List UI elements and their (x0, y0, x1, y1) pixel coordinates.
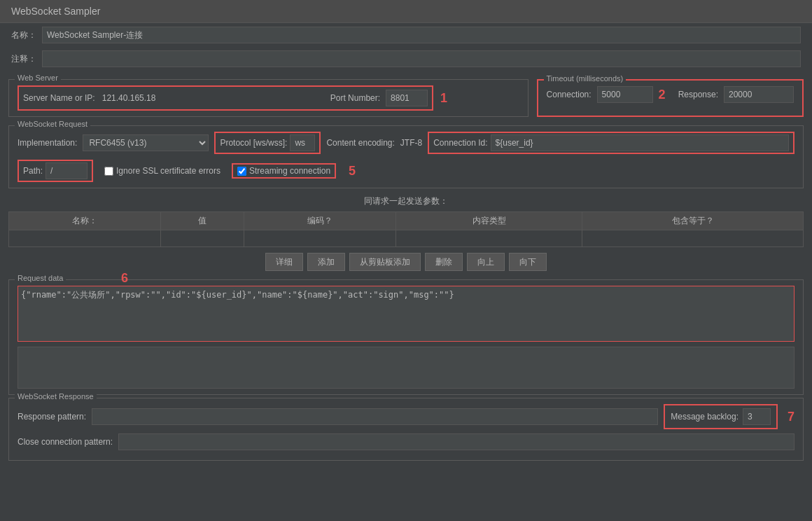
message-backlog-input[interactable] (743, 408, 771, 425)
response-pattern-label: Response pattern: (18, 412, 86, 422)
response-timeout-input[interactable] (724, 86, 794, 103)
connection-id-label: Connection Id: (433, 138, 487, 148)
response-timeout-label: Response: (678, 90, 718, 99)
params-section: 同请求一起发送参数： 名称： 值 编码？ 内容类型 包含等于？ (8, 191, 804, 277)
delete-button[interactable]: 删除 (425, 253, 463, 271)
connection-id-group: Connection Id: (428, 132, 794, 154)
col-encoded: 编码？ (244, 212, 396, 230)
request-data-section: Request data 6 {"rname":"公共场所","rpsw":""… (8, 279, 804, 395)
port-label: Port Number: (330, 93, 380, 103)
protocol-input[interactable] (290, 134, 315, 151)
path-input[interactable] (46, 162, 88, 179)
server-name-input[interactable] (98, 90, 322, 106)
connection-timeout-label: Connection: (547, 90, 592, 99)
request-data-extra (18, 347, 794, 389)
main-panel: WebSocket Sampler 名称： 注释： Web Server Ser… (0, 0, 812, 461)
annotation-7: 7 (788, 410, 794, 423)
streaming-checkbox[interactable] (237, 167, 246, 176)
add-from-clipboard-button[interactable]: 从剪贴板添加 (349, 253, 421, 271)
name-label: 名称： (11, 29, 36, 41)
annotation-1: 1 (440, 92, 447, 104)
ignore-ssl-text: Ignore SSL certificate errors (116, 166, 220, 176)
page-title: WebSocket Sampler (11, 6, 100, 17)
params-empty-row (9, 230, 804, 247)
add-button[interactable]: 添加 (307, 253, 345, 271)
name-row: 名称： (0, 23, 812, 47)
name-input[interactable] (42, 27, 801, 43)
port-input[interactable] (386, 90, 428, 106)
request-data-textarea[interactable]: {"rname":"公共场所","rpsw":"","id":"${user_i… (18, 286, 794, 342)
request-data-title: Request data (15, 274, 66, 282)
top-sections: Web Server Server Name or IP: Port Numbe… (0, 74, 812, 123)
params-header-row: 名称： 值 编码？ 内容类型 包含等于？ (9, 212, 804, 230)
close-connection-input[interactable] (118, 433, 794, 450)
col-content-type: 内容类型 (396, 212, 582, 230)
ws-response-section: WebSocket Response Response pattern: Mes… (8, 398, 804, 461)
annotation-2: 2 (659, 88, 666, 101)
params-empty-cell1 (9, 230, 161, 247)
web-server-title: Web Server (15, 74, 61, 82)
comment-input[interactable] (42, 50, 801, 67)
close-connection-row: Close connection pattern: (18, 433, 794, 450)
content-encoding-value: JTF-8 (400, 138, 422, 148)
col-include: 包含等于？ (582, 212, 804, 230)
col-value: 值 (161, 212, 244, 230)
col-name: 名称： (9, 212, 161, 230)
protocol-group: Protocol [ws/wss]: (214, 132, 321, 154)
connection-timeout-input[interactable] (597, 86, 653, 103)
response-pattern-input[interactable] (92, 408, 658, 425)
down-button[interactable]: 向下 (509, 253, 547, 271)
server-input-group: Server Name or IP: Port Number: (18, 85, 433, 111)
ws-response-title: WebSocket Response (15, 392, 97, 401)
server-label: Server Name or IP: (23, 93, 95, 103)
timeout-title: Timeout (milliseconds) (544, 74, 626, 83)
streaming-label: Streaming connection (249, 166, 330, 176)
comment-row: 注释： (0, 47, 812, 71)
close-connection-label: Close connection pattern: (18, 437, 113, 447)
ignore-ssl-label[interactable]: Ignore SSL certificate errors (104, 166, 220, 176)
path-group: Path: (18, 160, 93, 182)
path-label: Path: (23, 166, 43, 176)
params-empty-cell3 (244, 230, 396, 247)
annotation-6: 6 (121, 272, 128, 284)
ws-request-row2: Path: Ignore SSL certificate errors Stre… (18, 160, 794, 182)
message-backlog-label: Message backlog: (671, 412, 738, 422)
ws-request-title: WebSocket Request (15, 120, 90, 128)
timeout-group: Timeout (milliseconds) Connection: 2 Res… (537, 79, 804, 117)
message-backlog-group: Message backlog: (664, 404, 778, 429)
up-button[interactable]: 向上 (467, 253, 505, 271)
web-server-content: Server Name or IP: Port Number: 1 (18, 85, 519, 111)
protocol-label: Protocol [ws/wss]: (220, 138, 287, 148)
params-empty-cell5 (582, 230, 804, 247)
params-empty-cell4 (396, 230, 582, 247)
title-bar: WebSocket Sampler (0, 0, 812, 23)
annotation-5: 5 (349, 165, 356, 177)
detail-button[interactable]: 详细 (265, 253, 303, 271)
comment-label: 注释： (11, 53, 36, 65)
params-table: 名称： 值 编码？ 内容类型 包含等于？ (8, 211, 804, 247)
streaming-group: Streaming connection (232, 163, 336, 179)
implementation-label: Implementation: (18, 138, 77, 148)
timeout-content: Connection: 2 Response: (547, 86, 794, 103)
response-pattern-row: Response pattern: Message backlog: 7 (18, 404, 794, 429)
connection-id-input[interactable] (491, 134, 789, 151)
web-server-group: Web Server Server Name or IP: Port Numbe… (8, 79, 528, 117)
content-encoding-label: Content encoding: (326, 138, 394, 148)
params-empty-cell2 (161, 230, 244, 247)
ignore-ssl-checkbox[interactable] (104, 167, 113, 176)
ws-request-row1: Implementation: RFC6455 (v13) Protocol [… (18, 132, 794, 154)
params-title: 同请求一起发送参数： (8, 191, 804, 211)
implementation-select[interactable]: RFC6455 (v13) (83, 134, 209, 151)
ws-request-section: WebSocket Request Implementation: RFC645… (8, 125, 804, 188)
